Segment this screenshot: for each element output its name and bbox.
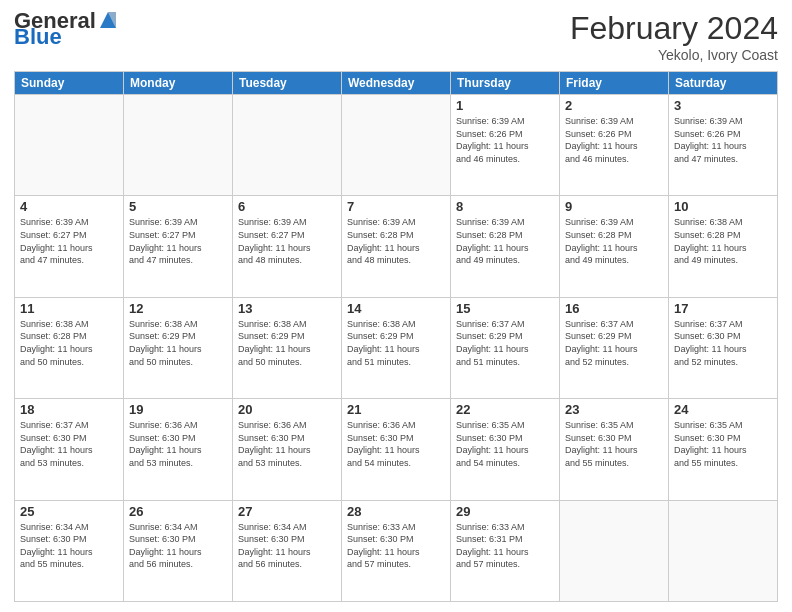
calendar-week-1: 1Sunrise: 6:39 AM Sunset: 6:26 PM Daylig… [15, 95, 778, 196]
logo-icon [98, 10, 118, 30]
calendar-week-5: 25Sunrise: 6:34 AM Sunset: 6:30 PM Dayli… [15, 500, 778, 601]
day-number: 25 [20, 504, 118, 519]
day-info: Sunrise: 6:33 AM Sunset: 6:30 PM Dayligh… [347, 521, 445, 571]
calendar-week-2: 4Sunrise: 6:39 AM Sunset: 6:27 PM Daylig… [15, 196, 778, 297]
calendar-cell: 6Sunrise: 6:39 AM Sunset: 6:27 PM Daylig… [233, 196, 342, 297]
calendar-cell: 20Sunrise: 6:36 AM Sunset: 6:30 PM Dayli… [233, 399, 342, 500]
day-number: 26 [129, 504, 227, 519]
calendar-cell: 8Sunrise: 6:39 AM Sunset: 6:28 PM Daylig… [451, 196, 560, 297]
calendar-cell: 27Sunrise: 6:34 AM Sunset: 6:30 PM Dayli… [233, 500, 342, 601]
day-info: Sunrise: 6:39 AM Sunset: 6:28 PM Dayligh… [456, 216, 554, 266]
calendar-cell: 23Sunrise: 6:35 AM Sunset: 6:30 PM Dayli… [560, 399, 669, 500]
day-info: Sunrise: 6:39 AM Sunset: 6:27 PM Dayligh… [129, 216, 227, 266]
day-info: Sunrise: 6:39 AM Sunset: 6:27 PM Dayligh… [238, 216, 336, 266]
weekday-header-friday: Friday [560, 72, 669, 95]
calendar-cell: 4Sunrise: 6:39 AM Sunset: 6:27 PM Daylig… [15, 196, 124, 297]
day-number: 1 [456, 98, 554, 113]
day-number: 28 [347, 504, 445, 519]
page: General Blue February 2024 Yekolo, Ivory… [0, 0, 792, 612]
calendar-cell: 9Sunrise: 6:39 AM Sunset: 6:28 PM Daylig… [560, 196, 669, 297]
day-number: 13 [238, 301, 336, 316]
calendar-cell: 7Sunrise: 6:39 AM Sunset: 6:28 PM Daylig… [342, 196, 451, 297]
calendar-cell [233, 95, 342, 196]
day-number: 15 [456, 301, 554, 316]
day-info: Sunrise: 6:39 AM Sunset: 6:28 PM Dayligh… [565, 216, 663, 266]
day-info: Sunrise: 6:36 AM Sunset: 6:30 PM Dayligh… [129, 419, 227, 469]
month-year: February 2024 [570, 10, 778, 47]
day-info: Sunrise: 6:36 AM Sunset: 6:30 PM Dayligh… [347, 419, 445, 469]
day-number: 4 [20, 199, 118, 214]
day-info: Sunrise: 6:39 AM Sunset: 6:27 PM Dayligh… [20, 216, 118, 266]
day-number: 27 [238, 504, 336, 519]
weekday-header-tuesday: Tuesday [233, 72, 342, 95]
day-info: Sunrise: 6:37 AM Sunset: 6:29 PM Dayligh… [456, 318, 554, 368]
day-number: 21 [347, 402, 445, 417]
calendar-cell: 28Sunrise: 6:33 AM Sunset: 6:30 PM Dayli… [342, 500, 451, 601]
calendar-cell: 1Sunrise: 6:39 AM Sunset: 6:26 PM Daylig… [451, 95, 560, 196]
calendar-cell: 12Sunrise: 6:38 AM Sunset: 6:29 PM Dayli… [124, 297, 233, 398]
day-info: Sunrise: 6:38 AM Sunset: 6:28 PM Dayligh… [20, 318, 118, 368]
day-info: Sunrise: 6:37 AM Sunset: 6:30 PM Dayligh… [674, 318, 772, 368]
calendar-cell: 11Sunrise: 6:38 AM Sunset: 6:28 PM Dayli… [15, 297, 124, 398]
calendar-cell [124, 95, 233, 196]
calendar-cell [342, 95, 451, 196]
weekday-header-saturday: Saturday [669, 72, 778, 95]
day-info: Sunrise: 6:35 AM Sunset: 6:30 PM Dayligh… [456, 419, 554, 469]
calendar-cell: 25Sunrise: 6:34 AM Sunset: 6:30 PM Dayli… [15, 500, 124, 601]
logo: General Blue [14, 10, 118, 48]
day-number: 7 [347, 199, 445, 214]
day-number: 14 [347, 301, 445, 316]
day-info: Sunrise: 6:36 AM Sunset: 6:30 PM Dayligh… [238, 419, 336, 469]
calendar-cell: 16Sunrise: 6:37 AM Sunset: 6:29 PM Dayli… [560, 297, 669, 398]
calendar-cell: 15Sunrise: 6:37 AM Sunset: 6:29 PM Dayli… [451, 297, 560, 398]
day-info: Sunrise: 6:33 AM Sunset: 6:31 PM Dayligh… [456, 521, 554, 571]
weekday-header-row: SundayMondayTuesdayWednesdayThursdayFrid… [15, 72, 778, 95]
day-number: 3 [674, 98, 772, 113]
day-info: Sunrise: 6:38 AM Sunset: 6:28 PM Dayligh… [674, 216, 772, 266]
day-info: Sunrise: 6:38 AM Sunset: 6:29 PM Dayligh… [347, 318, 445, 368]
day-number: 19 [129, 402, 227, 417]
day-info: Sunrise: 6:34 AM Sunset: 6:30 PM Dayligh… [238, 521, 336, 571]
calendar-cell: 17Sunrise: 6:37 AM Sunset: 6:30 PM Dayli… [669, 297, 778, 398]
day-info: Sunrise: 6:37 AM Sunset: 6:29 PM Dayligh… [565, 318, 663, 368]
day-info: Sunrise: 6:39 AM Sunset: 6:26 PM Dayligh… [674, 115, 772, 165]
day-number: 23 [565, 402, 663, 417]
header: General Blue February 2024 Yekolo, Ivory… [14, 10, 778, 63]
day-number: 10 [674, 199, 772, 214]
day-info: Sunrise: 6:35 AM Sunset: 6:30 PM Dayligh… [565, 419, 663, 469]
day-info: Sunrise: 6:38 AM Sunset: 6:29 PM Dayligh… [129, 318, 227, 368]
day-number: 24 [674, 402, 772, 417]
day-number: 17 [674, 301, 772, 316]
calendar-week-4: 18Sunrise: 6:37 AM Sunset: 6:30 PM Dayli… [15, 399, 778, 500]
location: Yekolo, Ivory Coast [570, 47, 778, 63]
day-info: Sunrise: 6:35 AM Sunset: 6:30 PM Dayligh… [674, 419, 772, 469]
calendar-cell [15, 95, 124, 196]
header-right: February 2024 Yekolo, Ivory Coast [570, 10, 778, 63]
day-info: Sunrise: 6:39 AM Sunset: 6:28 PM Dayligh… [347, 216, 445, 266]
day-number: 12 [129, 301, 227, 316]
day-number: 6 [238, 199, 336, 214]
calendar-cell: 22Sunrise: 6:35 AM Sunset: 6:30 PM Dayli… [451, 399, 560, 500]
calendar-cell: 19Sunrise: 6:36 AM Sunset: 6:30 PM Dayli… [124, 399, 233, 500]
day-number: 29 [456, 504, 554, 519]
calendar-cell: 2Sunrise: 6:39 AM Sunset: 6:26 PM Daylig… [560, 95, 669, 196]
weekday-header-thursday: Thursday [451, 72, 560, 95]
weekday-header-sunday: Sunday [15, 72, 124, 95]
day-number: 9 [565, 199, 663, 214]
calendar-cell: 13Sunrise: 6:38 AM Sunset: 6:29 PM Dayli… [233, 297, 342, 398]
calendar-cell: 18Sunrise: 6:37 AM Sunset: 6:30 PM Dayli… [15, 399, 124, 500]
day-info: Sunrise: 6:34 AM Sunset: 6:30 PM Dayligh… [20, 521, 118, 571]
day-number: 2 [565, 98, 663, 113]
calendar-cell [560, 500, 669, 601]
logo-blue: Blue [14, 26, 62, 48]
day-info: Sunrise: 6:38 AM Sunset: 6:29 PM Dayligh… [238, 318, 336, 368]
weekday-header-monday: Monday [124, 72, 233, 95]
calendar-cell: 29Sunrise: 6:33 AM Sunset: 6:31 PM Dayli… [451, 500, 560, 601]
calendar-cell: 5Sunrise: 6:39 AM Sunset: 6:27 PM Daylig… [124, 196, 233, 297]
day-info: Sunrise: 6:39 AM Sunset: 6:26 PM Dayligh… [456, 115, 554, 165]
calendar-cell [669, 500, 778, 601]
day-number: 8 [456, 199, 554, 214]
calendar-cell: 3Sunrise: 6:39 AM Sunset: 6:26 PM Daylig… [669, 95, 778, 196]
day-number: 5 [129, 199, 227, 214]
weekday-header-wednesday: Wednesday [342, 72, 451, 95]
